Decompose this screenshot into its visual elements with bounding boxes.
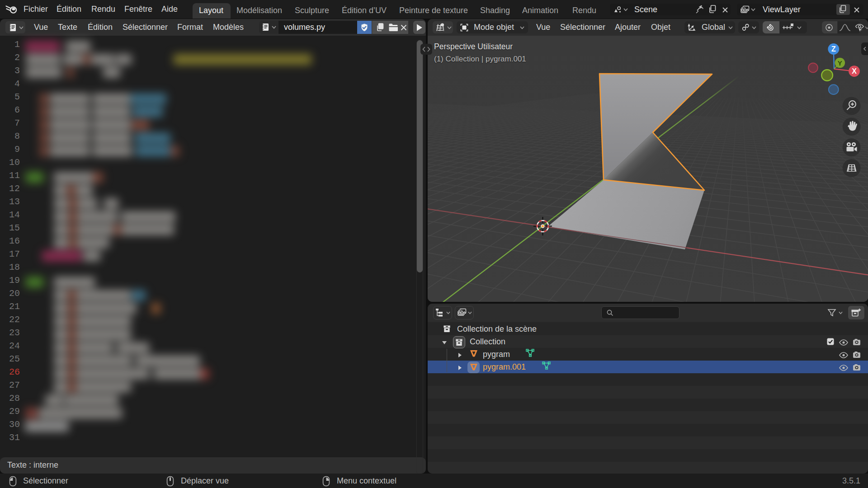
- svg-text:Z: Z: [831, 45, 836, 53]
- svg-text:X: X: [852, 67, 857, 75]
- svg-text:Y: Y: [838, 59, 842, 67]
